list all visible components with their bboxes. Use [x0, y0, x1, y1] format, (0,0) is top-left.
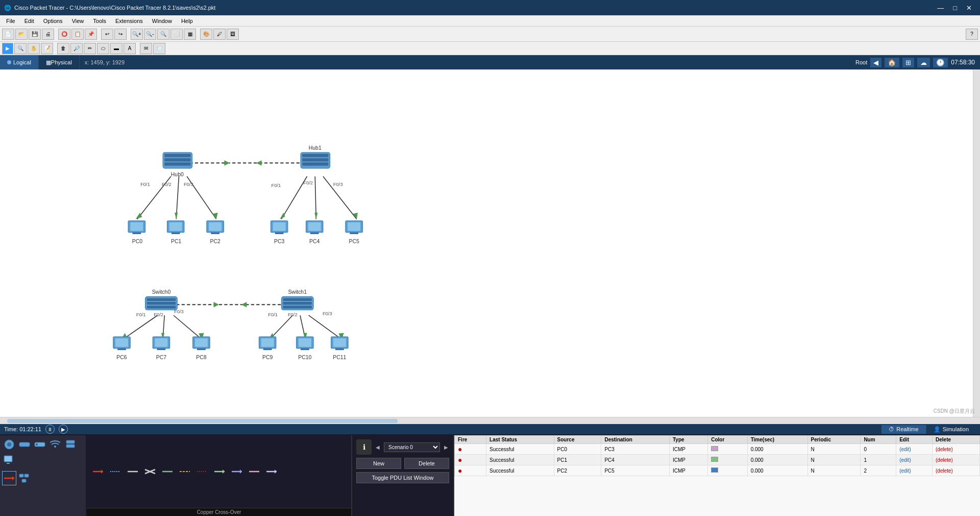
svg-line-20 — [163, 315, 164, 339]
paste-button[interactable]: 📌 — [85, 29, 97, 40]
menu-tools[interactable]: Tools — [89, 17, 110, 25]
svg-rect-51 — [130, 222, 143, 231]
pdu-row-2: ● Successful PC2 PC5 ICMP 0.000 N 2 (edi… — [455, 465, 980, 476]
menu-options[interactable]: Options — [39, 17, 67, 25]
vertical-scrollbar[interactable] — [973, 69, 980, 417]
cable-console-icon[interactable] — [108, 464, 122, 479]
cable-coax-icon[interactable] — [212, 464, 227, 479]
pdu-cell-edit-0[interactable]: (edit) — [896, 444, 933, 455]
pdu-cell-delete-1[interactable]: (delete) — [933, 455, 980, 465]
svg-rect-91 — [299, 338, 311, 347]
cable-serial-icon[interactable] — [230, 464, 244, 479]
save-button[interactable]: 💾 — [29, 29, 41, 40]
home-button[interactable]: 🏠 — [885, 58, 899, 67]
pdu-cell-fire-0: ● — [455, 444, 486, 455]
svg-rect-42 — [147, 302, 176, 304]
cable-usb-icon[interactable] — [264, 464, 279, 479]
text-button[interactable]: A — [124, 43, 136, 54]
svg-rect-62 — [271, 221, 287, 232]
svg-rect-117 — [66, 444, 75, 448]
svg-text:F0/2: F0/2 — [303, 180, 313, 185]
media-button[interactable]: 🖼 — [227, 29, 239, 40]
select-mode-button[interactable]: ▶ — [2, 43, 13, 54]
cable-crossover-icon[interactable] — [143, 464, 157, 479]
open-button[interactable]: 📂 — [15, 29, 28, 40]
zoom-out-button[interactable]: 🔍- — [144, 29, 156, 40]
undo-button[interactable]: ↩ — [101, 29, 113, 40]
tab-logical[interactable]: Logical — [0, 55, 39, 69]
clock-button[interactable]: 🕐 — [933, 58, 948, 67]
device-wireless-icon[interactable] — [48, 437, 62, 452]
custom-view-button[interactable]: ▦ — [184, 29, 196, 40]
cable-mode-icon[interactable] — [2, 471, 16, 485]
maximize-button[interactable]: □ — [949, 3, 961, 13]
envelope-open-button[interactable]: 📨 — [153, 43, 165, 54]
pause-button[interactable]: ⏸ — [45, 425, 55, 434]
back-button[interactable]: ◀ — [870, 58, 881, 67]
pdu-col-edit: Edit — [896, 436, 933, 444]
redo-button[interactable]: ↪ — [114, 29, 127, 40]
menu-file[interactable]: File — [2, 17, 19, 25]
pencil-button[interactable]: ✏ — [84, 43, 96, 54]
delete-button[interactable]: 🗑 — [57, 43, 69, 54]
realtime-button[interactable]: ⏱ Realtime — [881, 425, 925, 434]
pdu-col-num: Num — [861, 436, 896, 444]
cable-fiber-icon[interactable] — [178, 464, 192, 479]
device-pc-icon[interactable] — [2, 453, 16, 467]
new-button[interactable]: 📄 — [2, 29, 14, 40]
minimize-button[interactable]: — — [933, 3, 948, 13]
device-server-icon[interactable] — [63, 437, 78, 452]
pdu-cell-fire-2: ● — [455, 465, 486, 476]
main-canvas[interactable]: Hub0 Hub1 Switch0 Switch1 PC0 PC1 P — [0, 69, 980, 417]
note-button[interactable]: 📝 — [41, 43, 53, 54]
cable-rollover-icon[interactable] — [160, 464, 175, 479]
copy-button[interactable]: 📋 — [71, 29, 84, 40]
new-scenario-button[interactable]: New — [356, 458, 401, 469]
menu-view[interactable]: View — [68, 17, 88, 25]
cluster-icon[interactable] — [17, 471, 32, 485]
pdu-cell-edit-1[interactable]: (edit) — [896, 455, 933, 465]
device-router-icon[interactable] — [2, 437, 16, 452]
inspect-button[interactable]: 🔎 — [70, 43, 83, 54]
help-button[interactable]: ? — [966, 29, 978, 40]
palette-button[interactable]: 🎨 — [200, 29, 212, 40]
zoom-reset-button[interactable]: 🔍 — [157, 29, 169, 40]
delete-scenario-button[interactable]: Delete — [404, 458, 449, 469]
cable-phone-icon[interactable] — [195, 464, 209, 479]
search-button[interactable]: 🔍 — [14, 43, 27, 54]
svg-marker-8 — [212, 213, 217, 219]
menu-window[interactable]: Window — [148, 17, 176, 25]
menu-edit[interactable]: Edit — [20, 17, 38, 25]
cable-straight-icon[interactable] — [126, 464, 140, 479]
move-button[interactable]: ✋ — [28, 43, 40, 54]
pdu-cell-delete-0[interactable]: (delete) — [933, 444, 980, 455]
activity-wizard-button[interactable]: ⭕ — [58, 29, 70, 40]
menu-help[interactable]: Help — [177, 17, 197, 25]
play-button[interactable]: ▶ — [59, 425, 68, 434]
simulation-button[interactable]: 👤 Simulation — [926, 425, 976, 434]
pdu-cell-edit-2[interactable]: (edit) — [896, 465, 933, 476]
cable-octal-icon[interactable] — [247, 464, 261, 479]
cable-auto-icon[interactable] — [91, 464, 105, 479]
print-button[interactable]: 🖨 — [42, 29, 54, 40]
shape-button[interactable]: ⬭ — [97, 43, 109, 54]
pdu-cell-delete-2[interactable]: (delete) — [933, 465, 980, 476]
horizontal-scrollbar-thumb[interactable] — [7, 419, 398, 423]
scenario-select[interactable]: Scenario 0 — [384, 442, 440, 452]
zoom-in-button[interactable]: 🔍+ — [131, 29, 143, 40]
menu-extensions[interactable]: Extensions — [111, 17, 147, 25]
device-hub-icon[interactable] — [33, 437, 47, 452]
cloud-button[interactable]: ☁ — [917, 58, 930, 67]
scenario-right-arrow[interactable]: ▶ — [443, 443, 449, 451]
envelope-closed-button[interactable]: ✉ — [140, 43, 152, 54]
fill-button[interactable]: ▬ — [110, 43, 122, 54]
close-button[interactable]: ✕ — [962, 3, 976, 13]
title-left: 🌐 Cisco Packet Tracer - C:\Users\lenovo\… — [4, 5, 215, 11]
toggle-pdu-button[interactable]: Toggle PDU List Window — [356, 472, 449, 483]
scenario-left-arrow[interactable]: ◀ — [375, 443, 381, 451]
fit-button[interactable]: ⬜ — [170, 29, 183, 40]
zoom-fit-button2[interactable]: ⊞ — [902, 58, 914, 67]
tab-physical[interactable]: ▦ Physical — [39, 55, 80, 69]
annotation-button[interactable]: 🖊 — [213, 29, 226, 40]
device-switch-icon[interactable] — [17, 437, 32, 452]
